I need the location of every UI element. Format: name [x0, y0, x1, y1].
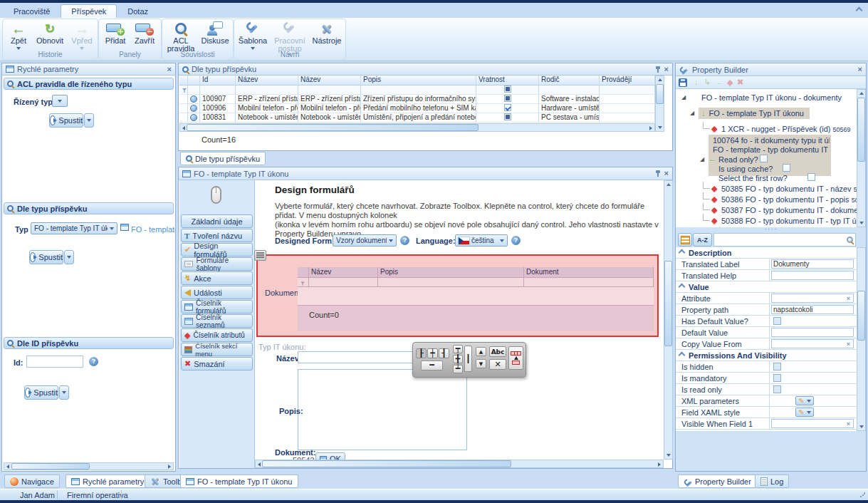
- select-first-row-checkbox[interactable]: [807, 173, 815, 181]
- delete-control-button[interactable]: ✕: [489, 359, 506, 370]
- scroll-up-icon[interactable]: [859, 92, 864, 95]
- alphabetical-view-button[interactable]: A-Z: [693, 233, 712, 247]
- left-panel-hscrollbar[interactable]: [4, 462, 174, 470]
- filter-cell-vratnost[interactable]: [476, 85, 539, 95]
- col-header-id[interactable]: Id: [200, 76, 236, 85]
- property-search-input[interactable]: [713, 233, 856, 247]
- section-description[interactable]: Description: [676, 247, 857, 259]
- resize-grip[interactable]: [859, 492, 865, 498]
- doc-filter-cell[interactable]: [309, 278, 378, 287]
- close-icon[interactable]: ×: [664, 170, 669, 177]
- add-panel-button[interactable]: Přidat: [101, 20, 130, 45]
- section-value[interactable]: Value: [676, 281, 857, 293]
- tree-node-attr[interactable]: 50386 FO - typ dokumentu IT - popis 5057…: [721, 195, 857, 204]
- copy-value-from-input[interactable]: [771, 339, 854, 348]
- cell-provadeji[interactable]: [600, 95, 655, 104]
- row-indicator[interactable]: [179, 95, 188, 104]
- align-top-button[interactable]: ┯: [453, 345, 463, 353]
- template-button[interactable]: Šablona: [236, 20, 269, 50]
- splitter-handle[interactable]: ····: [676, 227, 866, 232]
- scroll-thumb[interactable]: [857, 98, 865, 162]
- scroll-left-icon[interactable]: [258, 462, 261, 467]
- selected-field-region[interactable]: Dokumenty: Název Popis Dokument Count=0: [256, 254, 659, 337]
- save-button[interactable]: [679, 78, 687, 88]
- cell-nazev2[interactable]: Mobilní telefon - pře: [298, 104, 361, 113]
- cell-provadeji[interactable]: [600, 104, 655, 113]
- filter-cell[interactable]: [188, 85, 200, 95]
- cell-nazev2[interactable]: Notebook - umístěn: [298, 113, 361, 123]
- is-using-cache-checkbox[interactable]: [783, 164, 790, 172]
- menu-ciselnik-seznamu[interactable]: Číselník seznamů: [181, 314, 253, 328]
- typ-combo[interactable]: FO - template Typ IT úkonu: [31, 222, 117, 234]
- tab-navigace[interactable]: Navigace: [4, 475, 60, 488]
- form-hscrollbar[interactable]: [255, 460, 664, 468]
- scroll-left-icon[interactable]: [182, 126, 185, 130]
- categorized-view-button[interactable]: [678, 233, 692, 247]
- pin-icon[interactable]: [655, 66, 662, 73]
- chevron-down-icon[interactable]: [251, 47, 255, 50]
- doc-col-dokument[interactable]: Dokument: [524, 267, 654, 278]
- discussion-button[interactable]: Diskuse: [199, 20, 231, 45]
- doc-filter-cell[interactable]: [524, 278, 654, 287]
- tree-node-form[interactable]: ↓ FO - template Typ IT úkonu: [699, 108, 810, 119]
- tab-property-builder[interactable]: Property Builder: [678, 475, 757, 488]
- close-panel-button[interactable]: Zavřít: [130, 20, 159, 45]
- clear-icon[interactable]: ×: [847, 341, 850, 348]
- read-only-checkbox[interactable]: [760, 155, 768, 162]
- close-icon[interactable]: ×: [664, 66, 669, 73]
- checkbox-indeterminate[interactable]: [504, 95, 511, 102]
- run-acl-dropdown[interactable]: [84, 113, 94, 128]
- doc-filter-cell[interactable]: [378, 278, 524, 287]
- align-right-button[interactable]: ┨: [439, 348, 449, 358]
- tab-pracoviste[interactable]: Pracoviště: [3, 4, 61, 18]
- tree-node-nugget[interactable]: 1 XCR - nugget - Příspěvek (id) 50569: [721, 125, 857, 133]
- tree-node-root[interactable]: FO - template Typ IT úkonu - dokumenty: [701, 93, 854, 102]
- run-by-type-dropdown[interactable]: [64, 250, 74, 264]
- filter-cell[interactable]: [539, 85, 600, 95]
- menu-design-formularu[interactable]: ✔Design formulářů: [181, 243, 253, 256]
- filter-cell[interactable]: [361, 85, 476, 95]
- scroll-down-icon[interactable]: [658, 126, 662, 129]
- scroll-thumb[interactable]: [656, 84, 664, 104]
- run-acl-button[interactable]: Spustit: [49, 113, 83, 128]
- scroll-thumb[interactable]: [262, 460, 511, 467]
- translated-help-input[interactable]: [771, 271, 854, 280]
- popis-textarea[interactable]: [298, 369, 467, 450]
- doc-col-popis[interactable]: Popis: [378, 267, 524, 278]
- cell-rodic[interactable]: Software - instalace: [539, 95, 600, 104]
- filter-cell[interactable]: [200, 85, 236, 95]
- tree-vscrollbar[interactable]: [857, 89, 866, 227]
- expander-icon[interactable]: ◢: [700, 157, 704, 162]
- stretch-horizontal-button[interactable]: ━: [421, 361, 443, 370]
- is-hidden-checkbox[interactable]: [773, 363, 781, 370]
- scroll-up-icon[interactable]: [658, 78, 662, 81]
- expander-icon[interactable]: ◢: [681, 95, 686, 100]
- cell-id[interactable]: 100906: [200, 104, 236, 113]
- scroll-down-icon[interactable]: [859, 222, 864, 224]
- row-indicator[interactable]: [179, 104, 188, 113]
- scroll-thumb[interactable]: [857, 291, 865, 341]
- move-up-button[interactable]: ▲: [476, 347, 486, 356]
- row-indicator[interactable]: [179, 113, 188, 123]
- checkbox-indeterminate[interactable]: [504, 85, 511, 93]
- cell-nazev1[interactable]: Notebook - umístěn: [236, 113, 298, 123]
- field-menu-icon[interactable]: [254, 250, 266, 261]
- tab-prispevek[interactable]: Příspěvek: [61, 4, 117, 18]
- property-grid-vscrollbar[interactable]: [857, 247, 866, 431]
- help-icon[interactable]: ?: [511, 236, 521, 245]
- menu-smazani[interactable]: ✖Smazání: [181, 357, 253, 370]
- clear-icon[interactable]: ×: [847, 295, 850, 302]
- cell-vratnost[interactable]: [476, 95, 539, 104]
- expander-icon[interactable]: ◢: [690, 110, 694, 116]
- cell-id[interactable]: 100831: [200, 113, 236, 123]
- col-header-nazev2[interactable]: Název: [298, 76, 361, 85]
- help-icon[interactable]: ?: [400, 236, 409, 245]
- section-header-by-type[interactable]: Dle typu příspěvku: [4, 202, 174, 214]
- insert-row-button[interactable]: [508, 346, 523, 370]
- abc-button[interactable]: Abc: [489, 346, 506, 357]
- close-icon[interactable]: ×: [858, 66, 862, 73]
- chevron-down-icon[interactable]: [16, 47, 21, 50]
- tab-log[interactable]: Log: [755, 475, 789, 488]
- section-permissions[interactable]: Permissions And Visibility: [676, 350, 857, 361]
- id-input[interactable]: [26, 356, 83, 368]
